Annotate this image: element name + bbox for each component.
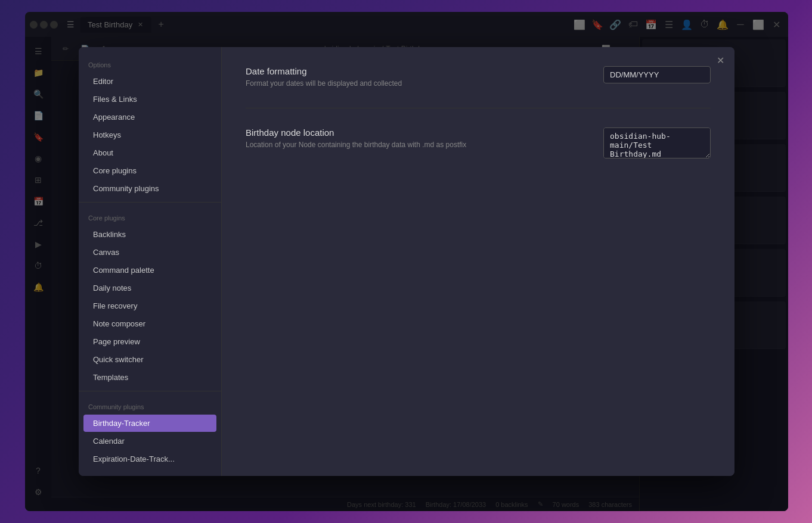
settings-modal: ✕ Options Editor Files & Links Appearanc… — [79, 47, 734, 476]
settings-item-editor[interactable]: Editor — [83, 73, 216, 90]
settings-row-birthday-label: Birthday node location Location of your … — [246, 127, 591, 150]
community-plugins-section-label: Community plugins — [79, 396, 221, 414]
settings-item-hotkeys[interactable]: Hotkeys — [83, 126, 216, 144]
settings-row-date-formatting: Date formatting Format your dates will b… — [246, 66, 711, 108]
date-formatting-control — [603, 66, 711, 83]
settings-item-about[interactable]: About — [83, 144, 216, 161]
settings-item-note-composer[interactable]: Note composer — [83, 315, 216, 332]
date-formatting-desc: Format your dates will be displayed and … — [246, 79, 591, 89]
birthday-location-title: Birthday node location — [246, 127, 591, 138]
divider-1 — [79, 202, 221, 203]
settings-sidebar: Options Editor Files & Links Appearance … — [79, 47, 222, 476]
settings-row-birthday-location: Birthday node location Location of your … — [246, 127, 711, 180]
settings-item-core-plugins[interactable]: Core plugins — [83, 162, 216, 179]
settings-item-files-links[interactable]: Files & Links — [83, 91, 216, 108]
settings-item-expiration-date-tracker[interactable]: Expiration-Date-Track... — [83, 450, 216, 468]
settings-item-templates[interactable]: Templates — [83, 369, 216, 386]
modal-body: Options Editor Files & Links Appearance … — [79, 47, 734, 476]
divider-2 — [79, 391, 221, 391]
settings-item-community-plugins[interactable]: Community plugins — [83, 180, 216, 197]
settings-item-calendar[interactable]: Calendar — [83, 432, 216, 450]
birthday-location-desc: Location of your Node containing the bir… — [246, 140, 591, 150]
settings-item-birthday-tracker[interactable]: Birthday-Tracker — [83, 415, 216, 432]
settings-content: Date formatting Format your dates will b… — [222, 47, 734, 476]
settings-item-quick-switcher[interactable]: Quick switcher — [83, 351, 216, 368]
date-format-input[interactable] — [603, 66, 711, 83]
settings-item-daily-notes[interactable]: Daily notes — [83, 279, 216, 297]
settings-item-page-preview[interactable]: Page preview — [83, 333, 216, 350]
birthday-location-control: obsidian-hub-main/Test Birthday.md — [603, 127, 711, 161]
app-window: ☰ Test Birthday ✕ + ⬜ 🔖 🔗 🏷 📅 ☰ 👤 ⏱ 🔔 ─ … — [25, 12, 788, 511]
core-plugins-section-label: Core plugins — [79, 207, 221, 225]
modal-close-btn[interactable]: ✕ — [713, 53, 727, 67]
settings-item-backlinks[interactable]: Backlinks — [83, 226, 216, 243]
date-formatting-title: Date formatting — [246, 66, 591, 76]
settings-item-appearance[interactable]: Appearance — [83, 108, 216, 126]
settings-row-date-label: Date formatting Format your dates will b… — [246, 66, 591, 89]
birthday-location-input[interactable]: obsidian-hub-main/Test Birthday.md — [603, 127, 711, 158]
settings-item-canvas[interactable]: Canvas — [83, 244, 216, 261]
settings-item-command-palette[interactable]: Command palette — [83, 262, 216, 279]
options-section-label: Options — [79, 54, 221, 72]
modal-overlay: ✕ Options Editor Files & Links Appearanc… — [25, 12, 788, 511]
settings-item-file-recovery[interactable]: File recovery — [83, 297, 216, 315]
